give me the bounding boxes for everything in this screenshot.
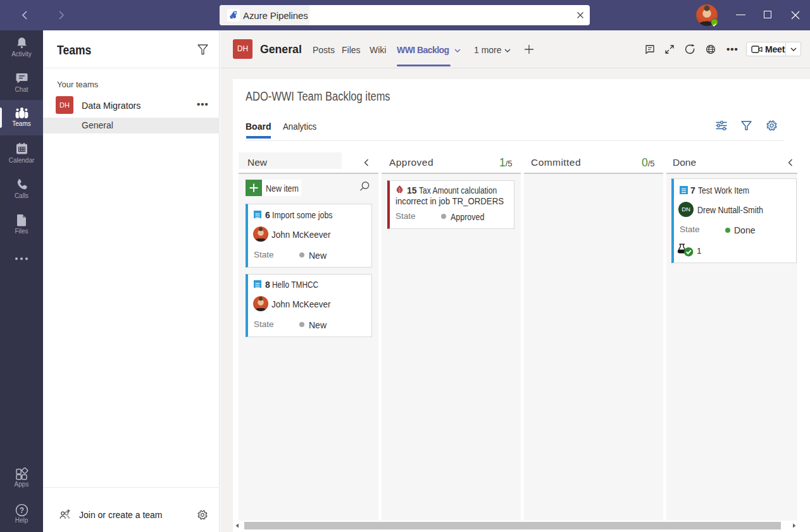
svg-text:?: ?	[20, 506, 24, 515]
